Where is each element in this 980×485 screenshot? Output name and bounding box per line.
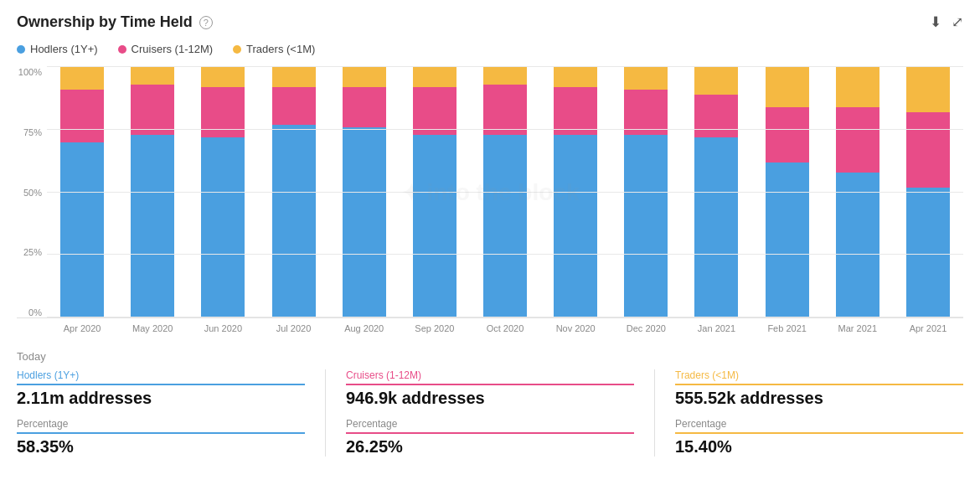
stat-group-cruisers: Cruisers (1-12M) 946.9k addresses Percen… — [346, 369, 634, 457]
bar-group — [540, 67, 611, 317]
bar-cruisers — [624, 90, 668, 135]
x-axis-label: Oct 2020 — [470, 323, 540, 333]
bar-cruisers — [906, 112, 950, 188]
stacked-bar — [483, 67, 527, 317]
stat-group-hodlers: Hodlers (1Y+) 2.11m addresses Percentage… — [17, 369, 305, 457]
stacked-bar — [413, 67, 456, 317]
bar-hodlers — [766, 163, 809, 317]
bar-hodlers — [694, 137, 738, 317]
stacked-bar — [131, 67, 174, 317]
bar-group — [188, 67, 258, 317]
x-axis-label: Apr 2021 — [893, 323, 963, 333]
stacked-bar — [201, 67, 245, 317]
bar-group — [117, 67, 188, 317]
stat-percentage-hodlers: 58.35% — [17, 437, 305, 457]
widget-container: Ownership by Time Held ? ⬇ ⤢ Hodlers (1Y… — [17, 13, 963, 457]
bar-group — [47, 67, 117, 317]
stat-group-traders: Traders (<1M) 555.52k addresses Percenta… — [675, 369, 963, 457]
stacked-bar — [906, 67, 950, 317]
bar-cruisers — [766, 107, 809, 163]
stacked-bar — [272, 67, 316, 317]
bar-cruisers — [272, 87, 316, 125]
x-axis-label: Jul 2020 — [258, 323, 328, 333]
x-axis-label: Aug 2020 — [329, 323, 400, 333]
stacked-bar — [624, 67, 668, 317]
x-axis-labels: Apr 2020May 2020Jun 2020Jul 2020Aug 2020… — [17, 323, 963, 333]
bar-traders — [413, 67, 456, 87]
stacked-bar — [343, 67, 386, 317]
stat-addresses-traders: 555.52k addresses — [675, 389, 963, 408]
x-axis-label: Jan 2021 — [681, 323, 751, 333]
bar-cruisers — [60, 90, 104, 142]
stat-group-label-hodlers: Hodlers (1Y+) — [17, 369, 305, 385]
bar-hodlers — [413, 135, 456, 317]
bar-group — [329, 67, 400, 317]
y-axis-label: 100% — [17, 67, 47, 77]
bar-cruisers — [413, 87, 456, 135]
bar-hodlers — [554, 135, 597, 317]
stat-addresses-hodlers: 2.11m addresses — [17, 389, 305, 408]
bar-hodlers — [906, 188, 950, 317]
bar-traders — [624, 67, 668, 90]
bar-group — [823, 67, 893, 317]
bar-cruisers — [483, 85, 527, 135]
bar-cruisers — [694, 95, 738, 137]
bar-traders — [201, 67, 245, 87]
bar-cruisers — [131, 85, 174, 135]
bar-cruisers — [343, 87, 386, 127]
bar-traders — [272, 67, 316, 87]
header-left: Ownership by Time Held ? — [17, 13, 213, 31]
bar-traders — [766, 67, 809, 107]
stat-group-label-cruisers: Cruisers (1-12M) — [346, 369, 634, 385]
stats-row: Hodlers (1Y+) 2.11m addresses Percentage… — [17, 369, 963, 457]
stats-divider — [325, 369, 326, 457]
stat-pct-label-cruisers: Percentage — [346, 418, 634, 434]
header-actions: ⬇ ⤢ — [930, 13, 963, 31]
bar-traders — [483, 67, 527, 85]
bar-hodlers — [624, 135, 668, 317]
x-axis-label: Jun 2020 — [188, 323, 258, 333]
bar-traders — [131, 67, 174, 85]
bar-hodlers — [131, 135, 174, 317]
stacked-bar — [694, 67, 738, 317]
stacked-bar — [766, 67, 809, 317]
bars-container — [47, 67, 963, 317]
legend-dot-cruisers — [118, 45, 126, 54]
stacked-bar — [60, 67, 104, 317]
y-axis-label: 75% — [17, 127, 47, 137]
stat-pct-label-hodlers: Percentage — [17, 418, 305, 434]
legend-label-hodlers: Hodlers (1Y+) — [30, 43, 98, 55]
bar-group — [893, 67, 963, 317]
stat-pct-label-traders: Percentage — [675, 418, 963, 434]
bar-traders — [836, 67, 879, 107]
x-axis-label: Mar 2021 — [823, 323, 893, 333]
stat-percentage-cruisers: 26.25% — [346, 437, 634, 457]
bar-hodlers — [483, 135, 527, 317]
bar-group — [470, 67, 540, 317]
legend-dot-traders — [233, 45, 241, 54]
today-label: Today — [17, 350, 963, 363]
bar-cruisers — [201, 87, 245, 137]
x-axis-label: Nov 2020 — [540, 323, 611, 333]
bar-hodlers — [343, 127, 386, 317]
stat-addresses-cruisers: 946.9k addresses — [346, 389, 634, 408]
bar-traders — [60, 67, 104, 90]
stat-percentage-traders: 15.40% — [675, 437, 963, 457]
help-icon[interactable]: ? — [199, 16, 213, 29]
bar-traders — [906, 67, 950, 112]
bar-group — [611, 67, 681, 317]
chart-area: 100%75%50%25%0% ✦ into the block — [17, 67, 963, 318]
x-axis-label: Dec 2020 — [611, 323, 681, 333]
bar-hodlers — [836, 173, 879, 317]
stacked-bar — [836, 67, 879, 317]
chart-legend: Hodlers (1Y+) Cruisers (1-12M) Traders (… — [17, 43, 963, 55]
expand-icon[interactable]: ⤢ — [952, 13, 963, 31]
x-axis-label: Feb 2021 — [752, 323, 823, 333]
bar-group — [752, 67, 823, 317]
y-axis-label: 25% — [17, 247, 47, 257]
download-icon[interactable]: ⬇ — [930, 13, 941, 31]
y-axis-label: 50% — [17, 188, 47, 198]
bar-group — [400, 67, 470, 317]
legend-label-cruisers: Cruisers (1-12M) — [132, 43, 214, 55]
bar-traders — [554, 67, 597, 87]
